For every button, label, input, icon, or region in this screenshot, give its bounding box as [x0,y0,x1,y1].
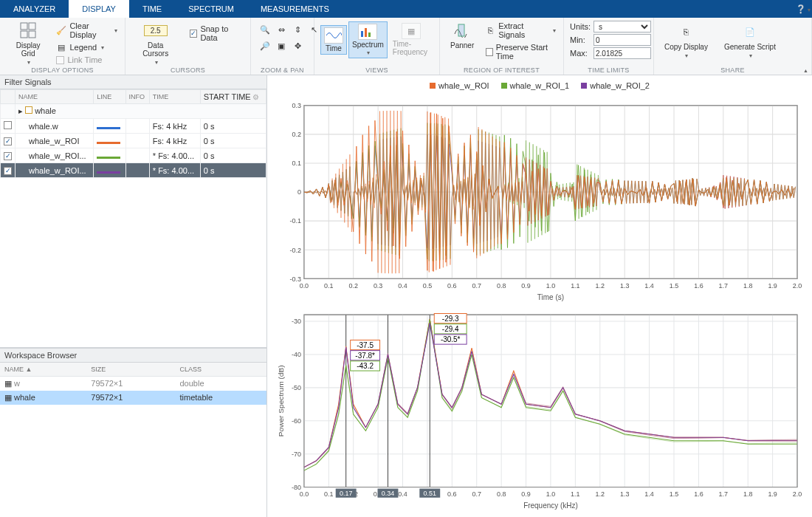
copy-display-button[interactable]: ⎘Copy Display▾ [660,21,712,61]
zoom-in-icon[interactable]: 🔍 [257,22,273,37]
extract-icon: ⎘ [486,25,495,35]
max-label: Max: [570,49,592,58]
checkbox-icon[interactable] [4,152,12,160]
checkbox-icon[interactable] [4,121,12,129]
signal-row[interactable]: whale_w_ROI Fs: 4 kHz0 s [1,134,266,148]
svg-text:1.1: 1.1 [571,490,579,498]
svg-text:0.2: 0.2 [292,130,300,139]
extract-signals-button[interactable]: ⎘Extract Signals▾ [484,21,557,40]
svg-text:-0.2: -0.2 [289,245,300,254]
wave-icon [324,27,343,44]
units-select[interactable]: s [593,21,651,32]
spectrum-view-button[interactable]: Spectrum▾ [348,21,388,58]
checkbox-icon[interactable] [4,167,12,175]
help-icon[interactable]: ❔▾ [794,4,812,14]
col-time[interactable]: TIME [149,90,200,104]
group-label: SHARE [654,66,811,74]
svg-text:1.6: 1.6 [694,281,703,290]
script-icon: 📄 [740,22,760,41]
panner-icon [453,21,472,40]
time-view-button[interactable]: Time [320,25,347,55]
signal-row[interactable]: whale.w Fs: 4 kHz0 s [1,119,266,134]
svg-text:-30: -30 [292,318,301,325]
svg-text:1.5: 1.5 [670,281,678,290]
col-info[interactable]: INFO [125,90,149,104]
copy-icon: ⎘ [676,22,695,41]
group-label: REGION OF INTEREST [440,66,563,74]
spectrum-plot[interactable]: 0.00.10.20.30.40.50.60.70.80.91.01.11.21… [275,309,805,511]
svg-text:0.6: 0.6 [447,490,456,498]
ws-col-name[interactable]: NAME ▲ [0,363,86,377]
ws-col-size[interactable]: SIZE [86,363,175,377]
tab-display[interactable]: DISPLAY [69,0,129,18]
link-time-checkbox[interactable]: Link Time [55,55,119,65]
ribbon: Display Grid▾ 🧹Clear Display▾ ▤Legend▾ L… [0,18,812,75]
svg-text:Time (s): Time (s) [537,292,564,301]
clear-display-button[interactable]: 🧹Clear Display▾ [55,21,119,40]
svg-rect-5 [365,28,367,37]
tab-measurements[interactable]: MEASUREMENTS [247,0,343,18]
svg-text:0.17: 0.17 [340,490,352,497]
svg-text:0.3: 0.3 [292,101,300,110]
workspace-browser-header: Workspace Browser [0,349,266,363]
zoom-y-icon[interactable]: ⇕ [289,22,306,37]
svg-text:0.8: 0.8 [497,490,506,498]
svg-rect-7 [458,24,464,36]
svg-text:1.0: 1.0 [546,490,555,498]
signal-row[interactable]: whale_w_ROI... * Fs: 4.00...0 s [1,148,266,163]
svg-text:-80: -80 [292,484,301,491]
tab-time[interactable]: TIME [129,0,175,18]
col-name[interactable]: NAME [16,90,94,104]
svg-text:-60: -60 [292,417,301,425]
ws-col-class[interactable]: CLASS [176,363,267,377]
group-label: DISPLAY OPTIONS [0,66,125,74]
min-input[interactable] [593,34,651,46]
collapse-ribbon-icon[interactable]: ▲ [803,68,808,73]
grid-icon [18,21,38,40]
svg-text:-0.1: -0.1 [289,216,300,225]
plot-area: whale_w_ROI whale_w_ROI_1 whale_w_ROI_2 … [267,75,812,517]
tab-analyzer[interactable]: ANALYZER [0,0,69,18]
signal-row[interactable]: whale_w_ROI... * Fs: 4.00...0 s [1,163,266,178]
checkbox-icon [56,56,64,64]
col-start[interactable]: START TIME ⚙ [200,90,266,104]
gear-icon[interactable]: ⚙ [252,93,259,101]
time-frequency-button[interactable]: ▦Time-Frequency [389,21,433,58]
pan-icon[interactable]: ✥ [289,38,306,53]
checkbox-icon [190,30,197,38]
checkbox-icon[interactable] [4,137,12,145]
svg-text:1.0: 1.0 [546,281,555,290]
signal-group-row[interactable]: ▸ whale [1,104,266,119]
panner-button[interactable]: Panner [446,19,478,51]
zoom-out-icon[interactable]: 🔎 [257,38,273,53]
fit-icon[interactable]: ▣ [273,38,289,53]
workspace-row[interactable]: ▦ w79572×1double [0,376,266,391]
max-input[interactable] [593,47,651,59]
time-plot[interactable]: 0.00.10.20.30.40.50.60.70.80.91.01.11.21… [275,99,805,301]
svg-text:0.7: 0.7 [472,281,481,290]
svg-text:0.9: 0.9 [521,490,530,498]
workspace-row[interactable]: ▦ whale79572×1timetable [0,391,266,405]
svg-rect-4 [361,31,363,37]
svg-text:1.4: 1.4 [644,490,653,498]
legend-button[interactable]: ▤Legend▾ [55,41,119,53]
svg-text:-37.8*: -37.8* [355,352,375,360]
svg-text:1.2: 1.2 [596,490,605,498]
svg-text:1.9: 1.9 [768,281,777,290]
zoom-x-icon[interactable]: ⇔ [273,22,289,37]
svg-text:0.1: 0.1 [324,490,333,498]
svg-text:0.4: 0.4 [398,490,407,498]
preserve-start-checkbox[interactable]: Preserve Start Time [484,42,557,61]
generate-script-button[interactable]: 📄Generate Script▾ [720,21,780,61]
svg-text:Power Spectrum (dB): Power Spectrum (dB) [277,365,285,436]
svg-text:-70: -70 [292,451,301,458]
svg-text:-43.2: -43.2 [357,362,374,370]
display-grid-button[interactable]: Display Grid▾ [6,19,50,67]
col-line[interactable]: LINE [94,90,125,104]
snap-to-data-checkbox[interactable]: Snap to Data [188,24,244,43]
svg-text:-30.5*: -30.5* [441,335,461,343]
data-cursors-button[interactable]: 2.5 Data Cursors▾ [131,19,179,67]
svg-rect-0 [21,23,27,30]
tab-spectrum[interactable]: SPECTRUM [175,0,247,18]
svg-text:-50: -50 [292,384,301,391]
